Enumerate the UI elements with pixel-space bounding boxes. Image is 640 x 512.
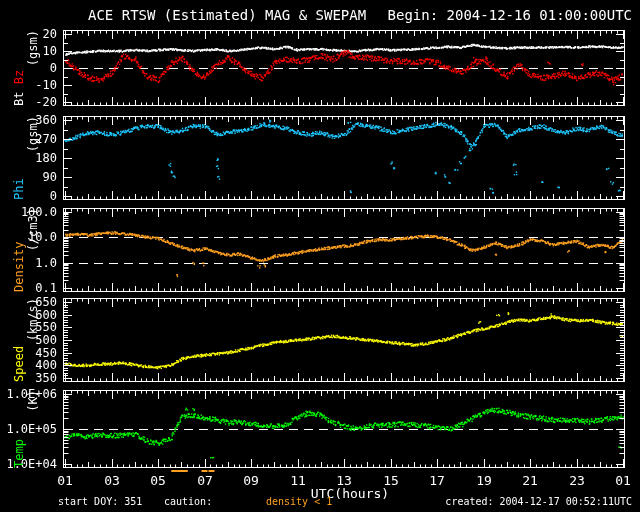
- y-axis-label-part: (gsm): [26, 30, 40, 66]
- x-tick-10-21: 21: [514, 473, 546, 488]
- y-axis-label-part: Speed: [12, 346, 26, 382]
- plot-title: ACE RTSW (Estimated) MAG & SWEPAM: [88, 7, 366, 23]
- x-tick-12-01: 01: [607, 473, 639, 488]
- caution-value: density < 1: [266, 496, 332, 507]
- start-doy-label: start DOY: 351: [58, 496, 142, 507]
- caution-label: caution:: [164, 496, 212, 507]
- x-tick-5-11: 11: [282, 473, 314, 488]
- plot-canvas: [0, 0, 640, 512]
- x-tick-2-05: 05: [142, 473, 174, 488]
- x-tick-1-03: 03: [96, 473, 128, 488]
- created-timestamp: created: 2004-12-17 00:52:11UTC: [445, 496, 632, 507]
- y-axis-label-part: (K): [26, 390, 40, 412]
- x-tick-9-19: 19: [468, 473, 500, 488]
- x-tick-3-07: 07: [189, 473, 221, 488]
- y-axis-label-speed: Speed(km/s): [12, 298, 40, 382]
- x-tick-0-01: 01: [49, 473, 81, 488]
- x-tick-4-09: 09: [235, 473, 267, 488]
- x-tick-7-15: 15: [375, 473, 407, 488]
- ace-rtsw-plot: ACE RTSW (Estimated) MAG & SWEPAM Begin:…: [0, 0, 640, 512]
- x-tick-8-17: 17: [421, 473, 453, 488]
- y-axis-label-part: Bt: [12, 84, 26, 106]
- y-axis-label-temp: Temp(K): [12, 390, 40, 468]
- y-axis-label-part: (km/s): [26, 298, 40, 341]
- y-axis-label-part: (gsm): [26, 116, 40, 152]
- y-axis-label-mag: Bt Bz(gsm): [12, 30, 40, 106]
- y-axis-label-phi: Phi(gsm): [12, 116, 40, 200]
- y-axis-label-density: Density(/cm3): [12, 208, 40, 292]
- y-axis-label-part: Phi: [12, 178, 26, 200]
- y-axis-label-part: Density: [12, 241, 26, 292]
- y-axis-label-part: Bz: [12, 70, 26, 84]
- y-axis-label-part: Temp: [12, 439, 26, 468]
- x-tick-11-23: 23: [561, 473, 593, 488]
- y-axis-label-part: (/cm3): [26, 208, 40, 251]
- begin-timestamp: Begin: 2004-12-16 01:00:00UTC: [388, 7, 632, 23]
- x-tick-6-13: 13: [328, 473, 360, 488]
